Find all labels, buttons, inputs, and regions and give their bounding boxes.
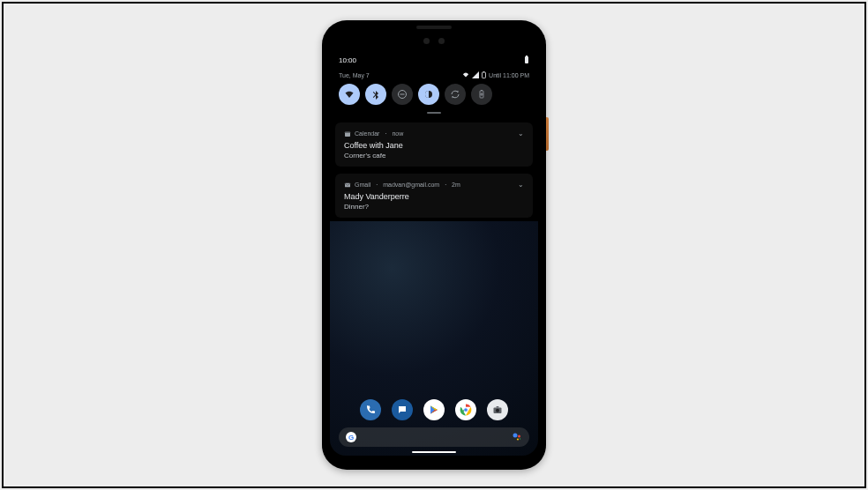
rotate-icon [450,89,460,100]
battery-status-icon [524,56,529,64]
svg-rect-3 [483,71,485,72]
qs-bluetooth[interactable] [365,84,386,105]
notif-title: Mady Vanderperre [344,192,524,201]
status-icons [524,56,529,64]
home-wallpaper: G [330,221,538,456]
status-bar: 10:00 [330,52,538,68]
chevron-down-icon[interactable]: ⌄ [518,181,524,189]
svg-rect-18 [497,406,499,408]
notif-body: Corner's cafe [344,152,524,160]
chrome-app-icon[interactable] [455,399,476,420]
quick-settings-row [330,84,538,112]
notif-body: Dinner? [344,203,524,211]
dark-theme-icon [423,89,434,100]
bluetooth-icon [370,89,381,100]
phone-frame: 10:00 Tue, May 7 Until 11:00 PM [322,20,546,470]
notif-account: madvan@gmail.com [383,182,439,188]
notification-gmail[interactable]: Gmail madvan@gmail.com 2m ⌄ Mady Vanderp… [335,174,533,218]
notif-app: Calendar [355,130,379,137]
qs-dark-theme[interactable] [418,84,439,105]
calendar-icon [344,130,351,137]
svg-point-20 [518,435,520,438]
svg-point-19 [513,434,518,438]
play-store-icon[interactable] [423,399,445,420]
svg-rect-2 [483,72,486,78]
separator [374,182,379,188]
shade-alarm: Until 11:00 PM [489,72,529,78]
shade-drag-handle[interactable] [427,112,441,114]
notif-title: Coffee with Jane [344,141,524,150]
phone-app-icon[interactable] [360,399,381,420]
svg-point-21 [517,438,519,440]
wifi-icon [344,89,355,100]
svg-rect-8 [481,90,483,91]
phone-sensors [423,38,445,44]
phone-screen: 10:00 Tue, May 7 Until 11:00 PM [330,52,538,456]
assistant-icon[interactable] [512,432,522,442]
qs-wifi[interactable] [339,84,360,105]
google-search-bar[interactable]: G [339,427,529,447]
battery-outline-icon [482,71,486,78]
notif-time: now [392,130,403,137]
status-time: 10:00 [339,56,356,64]
notif-app: Gmail [355,182,370,188]
svg-rect-0 [525,56,528,63]
shade-date: Tue, May 7 [339,72,370,78]
svg-point-22 [520,438,520,439]
separator [383,130,388,137]
messages-app-icon[interactable] [392,399,413,420]
power-button[interactable] [546,117,549,151]
wifi-status-icon [462,71,469,78]
dnd-icon [397,89,408,100]
chevron-down-icon[interactable]: ⌄ [518,130,524,137]
notification-calendar[interactable]: Calendar now ⌄ Coffee with Jane Corner's… [335,122,533,167]
svg-point-17 [496,409,499,412]
qs-rotate[interactable] [445,84,466,105]
svg-rect-10 [345,131,350,132]
notif-time: 2m [452,182,460,188]
svg-rect-1 [526,56,528,56]
battery-saver-icon [476,89,487,100]
google-logo-icon: G [346,432,356,442]
mail-icon [344,182,351,189]
svg-point-15 [464,408,468,412]
svg-rect-11 [345,182,350,187]
gesture-nav-pill[interactable] [412,451,456,453]
signal-status-icon [472,71,479,78]
shade-header: Tue, May 7 Until 11:00 PM [330,68,538,84]
qs-dnd[interactable] [392,84,413,105]
camera-app-icon[interactable] [487,399,508,420]
separator [443,182,448,188]
app-dock [330,399,538,420]
qs-battery-saver[interactable] [471,84,492,105]
